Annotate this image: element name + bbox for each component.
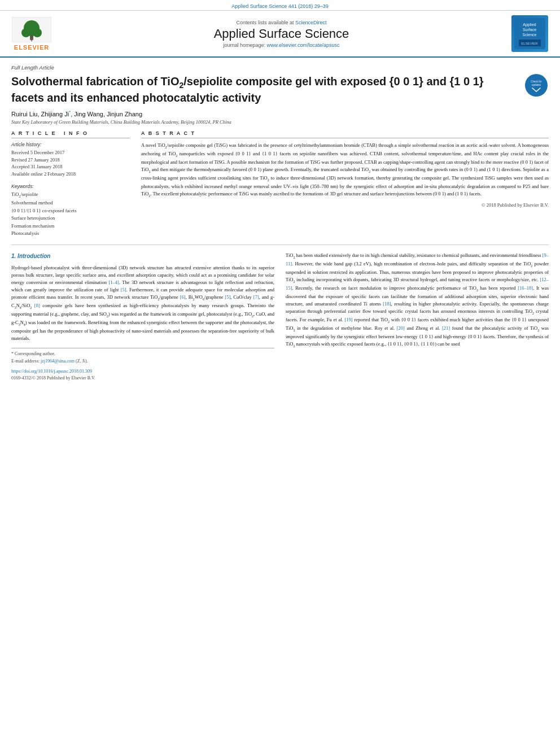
homepage-url[interactable]: www.elsevier.com/locate/apsusc xyxy=(267,42,340,48)
elsevier-brand-name: ELSEVIER xyxy=(14,44,49,51)
svg-point-3 xyxy=(21,28,30,37)
header-center: Contents lists available at ScienceDirec… xyxy=(60,20,503,48)
sciencedirect-line: Contents lists available at ScienceDirec… xyxy=(60,20,503,25)
svg-text:Science: Science xyxy=(523,33,537,37)
journal-name: Applied Surface Science xyxy=(60,27,503,41)
article-type: Full Length Article xyxy=(11,64,549,71)
email-person: (Z. Ji). xyxy=(76,359,88,364)
affiliation-line: State Key Laboratory of Green Building M… xyxy=(11,119,549,125)
journal-logo-right: Applied Surface Science ELSEVIER xyxy=(509,15,551,52)
svg-text:Check for: Check for xyxy=(531,80,542,83)
ref-18b[interactable]: [18] xyxy=(383,301,391,307)
intro-text-right: TiO2 has been studied extensively due to… xyxy=(286,252,549,349)
footnote-email-line: E-mail address: jzj1964@sina.com (Z. Ji)… xyxy=(11,358,274,365)
svg-text:updates: updates xyxy=(531,84,541,86)
article-info-column: A R T I C L E I N F O Article history: R… xyxy=(11,130,130,238)
ref-1-4[interactable]: [1–4] xyxy=(108,279,119,285)
ref-9-11[interactable]: [9–11] xyxy=(286,252,549,267)
footnote-area: * Corresponding author. E-mail address: … xyxy=(11,348,274,365)
keyword-6: Photocatalysis xyxy=(11,230,130,238)
intro-heading: 1. Introduction xyxy=(11,252,274,261)
ref-21[interactable]: [21] xyxy=(442,325,450,331)
synthesis-word: synthesis xyxy=(526,334,543,339)
keyword-5: Formation mechanism xyxy=(11,222,130,230)
ref-20[interactable]: [20] xyxy=(397,325,405,331)
revised-date: Revised 27 January 2018 xyxy=(11,156,130,164)
homepage-label: journal homepage: xyxy=(223,42,265,48)
abstract-heading: A B S T R A C T xyxy=(141,130,549,138)
body-col-right: TiO2 has been studied extensively due to… xyxy=(286,252,549,382)
page: Applied Surface Science 441 (2018) 29–39… xyxy=(0,0,560,747)
intro-text-left: Hydrogel-based photocatalyst with three-… xyxy=(11,264,274,343)
keywords-section: Keywords: TiO2/sepiolite Solvothermal me… xyxy=(11,184,130,238)
contents-available-text: Contents lists available at xyxy=(236,20,294,25)
doi-area: https://doi.org/10.1016/j.apsusc.2018.01… xyxy=(11,368,274,382)
footnote-corresponding: * Corresponding author. xyxy=(11,351,274,357)
ref-7[interactable]: [7] xyxy=(253,294,259,300)
check-updates-circle: Check for updates xyxy=(525,74,548,97)
keyword-2: Solvothermal method xyxy=(11,199,130,207)
keyword-3: {0 0 1}/{1 0 1} co-exposed facets xyxy=(11,207,130,215)
check-updates-icon: Check for updates xyxy=(527,76,546,95)
svg-point-5 xyxy=(30,35,33,38)
article-title: Solvothermal fabrication of TiO2/sepioli… xyxy=(11,74,518,105)
main-content: Full Length Article Solvothermal fabrica… xyxy=(0,58,560,389)
ref-16-18[interactable]: [16–18] xyxy=(518,285,533,291)
abstract-text: A novel TiO2/sepiolite composite gel (Ti… xyxy=(141,142,549,199)
svg-text:Surface: Surface xyxy=(523,28,536,32)
ref-6[interactable]: [6] xyxy=(180,294,186,300)
email-label: E-mail address: xyxy=(11,359,40,364)
journal-top-bar: Applied Surface Science 441 (2018) 29–39 xyxy=(0,0,560,11)
doi-link[interactable]: https://doi.org/10.1016/j.apsusc.2018.01… xyxy=(11,368,274,375)
check-updates-badge[interactable]: Check for updates xyxy=(523,74,549,97)
journal-logo-icon: Applied Surface Science ELSEVIER xyxy=(514,18,545,49)
section-divider xyxy=(11,244,549,245)
received-date: Received 5 December 2017 xyxy=(11,149,130,156)
svg-text:ELSEVIER: ELSEVIER xyxy=(521,42,538,45)
svg-point-4 xyxy=(33,28,42,37)
body-two-column: 1. Introduction Hydrogel-based photocata… xyxy=(11,252,549,382)
keyword-1: TiO2/sepiolite xyxy=(11,191,130,199)
ref-8[interactable]: [8] xyxy=(34,303,40,308)
elsevier-tree-icon xyxy=(12,17,51,42)
ref-5[interactable]: [5] xyxy=(121,287,126,292)
abstract-column: A B S T R A C T A novel TiO2/sepiolite c… xyxy=(141,130,549,238)
article-info-heading: A R T I C L E I N F O xyxy=(11,130,130,138)
email-address[interactable]: jzj1964@sina.com xyxy=(41,359,75,364)
elsevier-logo-container: ELSEVIER xyxy=(9,17,54,51)
svg-text:Applied: Applied xyxy=(523,23,536,27)
journal-citation: Applied Surface Science 441 (2018) 29–39 xyxy=(231,3,329,9)
copyright-line: © 2018 Published by Elsevier B.V. xyxy=(141,202,549,208)
issn-line: 0169-4332/© 2018 Published by Elsevier B… xyxy=(11,375,274,382)
ref-5b[interactable]: [5] xyxy=(225,294,230,300)
body-col-left: 1. Introduction Hydrogel-based photocata… xyxy=(11,252,274,382)
sciencedirect-link[interactable]: ScienceDirect xyxy=(295,20,327,25)
article-history-heading: Article history: xyxy=(11,142,130,147)
journal-logo-box: Applied Surface Science ELSEVIER xyxy=(511,15,548,52)
ref-19[interactable]: [19] xyxy=(344,317,352,322)
keyword-4: Surface heterojunction xyxy=(11,215,130,222)
journal-homepage: journal homepage: www.elsevier.com/locat… xyxy=(60,42,503,48)
authors-line: Ruirui Liu, Zhijiang Ji*, Jing Wang, Jin… xyxy=(11,110,549,117)
header-area: ELSEVIER Contents lists available at Sci… xyxy=(0,11,560,58)
article-info-abstract-section: A R T I C L E I N F O Article history: R… xyxy=(11,130,549,238)
title-row: Solvothermal fabrication of TiO2/sepioli… xyxy=(11,74,549,105)
accepted-date: Accepted 31 January 2018 xyxy=(11,163,130,171)
keywords-heading: Keywords: xyxy=(11,184,130,189)
available-online-date: Available online 2 February 2018 xyxy=(11,171,130,178)
ref-12-15[interactable]: [12–15] xyxy=(286,277,549,291)
